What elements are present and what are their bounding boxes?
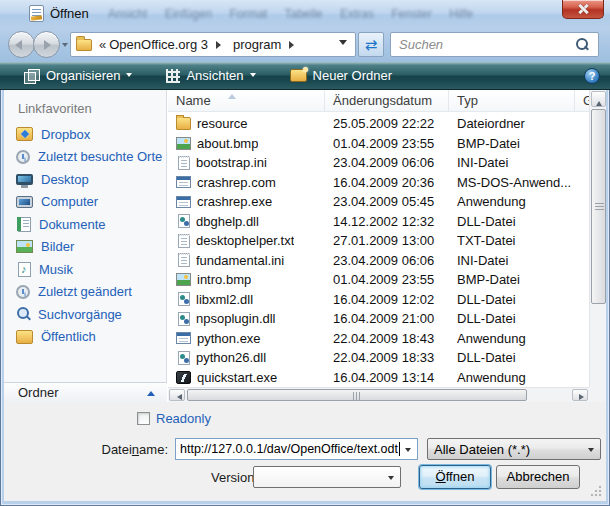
file-row[interactable]: intro.bmp01.04.2009 23:55BMP-Datei bbox=[168, 270, 589, 290]
new-folder-label: Neuer Ordner bbox=[313, 68, 392, 83]
sidebar-item-computer[interactable]: Computer bbox=[4, 191, 167, 214]
sidebar-item-dropbox[interactable]: Dropbox bbox=[4, 123, 167, 146]
chevron-up-icon bbox=[147, 387, 155, 396]
computer-icon bbox=[16, 196, 33, 208]
file-type: DLL-Datei bbox=[449, 311, 575, 326]
pictures-icon bbox=[16, 240, 33, 253]
file-name: crashrep.exe bbox=[197, 194, 272, 209]
file-row[interactable]: npsoplugin.dll16.04.2009 21:00DLL-Datei bbox=[168, 309, 589, 329]
column-header-type[interactable]: Typ bbox=[449, 90, 575, 111]
refresh-button[interactable]: ⇄ bbox=[358, 32, 384, 57]
views-button[interactable]: Ansichten bbox=[156, 64, 265, 88]
file-row[interactable]: resource25.05.2009 22:22Dateiordner bbox=[168, 114, 589, 134]
file-type: Dateiordner bbox=[449, 116, 575, 131]
sidebar-item-label: Desktop bbox=[41, 172, 89, 187]
sidebar-item-documents[interactable]: Dokumente bbox=[4, 213, 167, 236]
text-file-icon bbox=[178, 156, 190, 170]
filename-value[interactable]: http://127.0.0.1/dav/OpenOffice/text.odt bbox=[176, 442, 398, 456]
searches-icon bbox=[16, 307, 30, 321]
breadcrumb-item-openoffice[interactable]: OpenOffice.org 3 bbox=[109, 37, 208, 52]
file-type: BMP-Datei bbox=[449, 272, 575, 287]
history-dropdown-icon[interactable] bbox=[62, 43, 68, 50]
address-dropdown-icon[interactable] bbox=[339, 40, 347, 49]
breadcrumb-item-program[interactable]: program bbox=[233, 37, 281, 52]
cancel-button[interactable]: Abbrechen bbox=[496, 465, 580, 489]
file-type: Anwendung bbox=[449, 331, 575, 346]
horizontal-scroll-thumb[interactable] bbox=[187, 389, 527, 401]
sidebar-item-recent-places[interactable]: Zuletzt besuchte Orte bbox=[4, 146, 167, 169]
file-name: npsoplugin.dll bbox=[196, 311, 276, 326]
resize-grip-icon[interactable] bbox=[590, 485, 602, 497]
file-type: INI-Datei bbox=[449, 253, 575, 268]
breadcrumb-separator-icon[interactable] bbox=[289, 41, 298, 49]
sidebar-item-public[interactable]: Öffentlich bbox=[4, 326, 167, 349]
search-box[interactable]: Suchen bbox=[390, 32, 599, 57]
file-row[interactable]: quickstart.exe16.04.2009 13:14Anwendung bbox=[168, 368, 589, 388]
file-type: DLL-Datei bbox=[449, 292, 575, 307]
sidebar-item-searches[interactable]: Suchvorgänge bbox=[4, 303, 167, 326]
open-button[interactable]: Öffnen bbox=[419, 465, 491, 489]
sidebar-item-pictures[interactable]: Bilder bbox=[4, 236, 167, 259]
sidebar-item-recently-changed[interactable]: Zuletzt geändert bbox=[4, 281, 167, 304]
file-row[interactable]: about.bmp01.04.2009 23:55BMP-Datei bbox=[168, 134, 589, 154]
readonly-checkbox[interactable] bbox=[137, 412, 150, 425]
filetype-dropdown[interactable]: Alle Dateien (*.*) bbox=[427, 438, 601, 460]
file-name: resource bbox=[197, 116, 248, 131]
forward-button[interactable] bbox=[33, 31, 60, 58]
file-date: 16.04.2009 13:14 bbox=[325, 370, 449, 385]
new-folder-button[interactable]: Neuer Ordner bbox=[280, 64, 402, 88]
folder-icon bbox=[76, 39, 92, 51]
new-folder-icon bbox=[290, 69, 307, 82]
sidebar-item-label: Dropbox bbox=[41, 127, 90, 142]
column-header-name[interactable]: Name bbox=[168, 90, 325, 111]
application-icon bbox=[176, 332, 191, 344]
version-dropdown[interactable] bbox=[253, 466, 401, 488]
file-date: 16.04.2009 20:36 bbox=[325, 175, 449, 190]
filename-dropdown-icon[interactable] bbox=[400, 439, 417, 459]
vertical-scrollbar[interactable] bbox=[589, 90, 606, 387]
back-button[interactable] bbox=[8, 31, 35, 58]
scroll-up-button[interactable] bbox=[591, 91, 606, 107]
file-row[interactable]: python.exe22.04.2009 18:43Anwendung bbox=[168, 329, 589, 349]
breadcrumb-overflow[interactable]: « bbox=[99, 37, 105, 52]
help-button[interactable]: ? bbox=[584, 68, 600, 84]
breadcrumb[interactable]: « OpenOffice.org 3 program bbox=[70, 32, 356, 57]
file-row[interactable]: dbghelp.dll14.12.2002 12:32DLL-Datei bbox=[168, 212, 589, 232]
search-icon[interactable] bbox=[574, 37, 590, 53]
close-button[interactable] bbox=[562, 0, 604, 19]
file-row[interactable]: desktophelper.txt27.01.2009 13:00TXT-Dat… bbox=[168, 231, 589, 251]
breadcrumb-separator-icon[interactable] bbox=[216, 41, 225, 49]
file-type: DLL-Datei bbox=[449, 214, 575, 229]
scroll-left-button[interactable] bbox=[169, 389, 185, 401]
filename-input[interactable]: http://127.0.0.1/dav/OpenOffice/text.odt bbox=[175, 438, 418, 460]
folders-expander[interactable]: Ordner bbox=[4, 382, 167, 402]
sidebar-header: Linkfavoriten bbox=[18, 101, 92, 116]
file-row[interactable]: python26.dll22.04.2009 18:33DLL-Datei bbox=[168, 348, 589, 368]
dialog-icon bbox=[29, 5, 44, 22]
text-file-icon bbox=[178, 253, 190, 267]
column-header-date[interactable]: Änderungsdatum bbox=[325, 90, 449, 111]
sidebar-item-desktop[interactable]: Desktop bbox=[4, 168, 167, 191]
thumb-grip bbox=[595, 203, 604, 211]
command-toolbar: Organisieren Ansichten Neuer Ordner ? bbox=[0, 62, 610, 90]
sidebar-item-music[interactable]: Musik bbox=[4, 258, 167, 281]
scrollbar-corner bbox=[589, 387, 606, 402]
horizontal-scrollbar[interactable] bbox=[168, 387, 589, 402]
column-header-size[interactable]: G bbox=[575, 90, 589, 111]
version-label: Version bbox=[211, 470, 249, 485]
organize-button[interactable]: Organisieren bbox=[14, 64, 142, 88]
file-row[interactable]: crashrep.exe23.04.2009 05:45Anwendung bbox=[168, 192, 589, 212]
file-row[interactable]: crashrep.com16.04.2009 20:36MS-DOS-Anwen… bbox=[168, 173, 589, 193]
dialog-footer: Readonly Dateiname: http://127.0.0.1/dav… bbox=[4, 402, 606, 501]
title-bar[interactable]: Ansicht Einfügen Format Tabelle Extras F… bbox=[0, 0, 610, 28]
quickstart-icon bbox=[176, 371, 191, 384]
file-name: python26.dll bbox=[196, 350, 266, 365]
file-row[interactable]: bootstrap.ini23.04.2009 06:06INI-Datei bbox=[168, 153, 589, 173]
dll-file-icon bbox=[178, 292, 190, 306]
file-type: DLL-Datei bbox=[449, 350, 575, 365]
scroll-right-button[interactable] bbox=[572, 389, 588, 401]
vertical-scroll-thumb[interactable] bbox=[591, 109, 606, 304]
file-row[interactable]: fundamental.ini23.04.2009 06:06INI-Datei bbox=[168, 251, 589, 271]
file-row[interactable]: libxml2.dll16.04.2009 12:02DLL-Datei bbox=[168, 290, 589, 310]
file-date: 16.04.2009 21:00 bbox=[325, 311, 449, 326]
